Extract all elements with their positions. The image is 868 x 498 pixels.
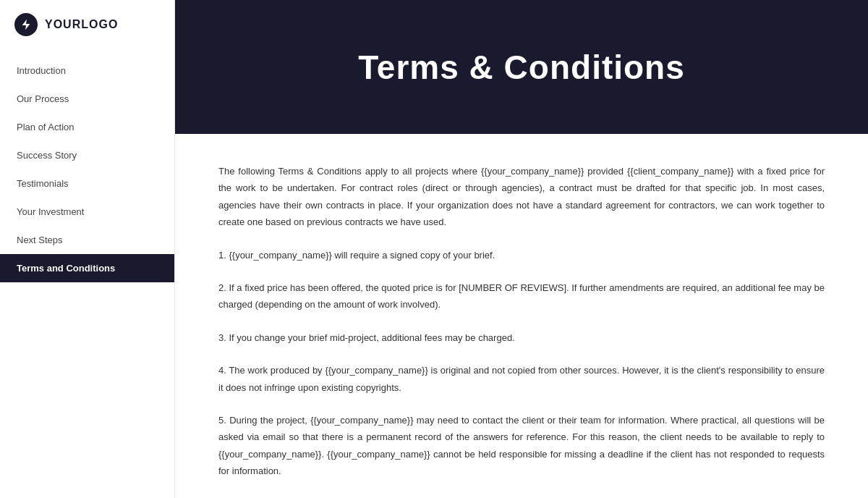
logo-text: YOURLOGO	[45, 18, 118, 31]
page-title: Terms & Conditions	[358, 48, 685, 87]
content-paragraph-3: 2. If a fixed price has been offered, th…	[218, 279, 825, 313]
sidebar-item-your-investment[interactable]: Your Investment	[0, 198, 174, 226]
sidebar-item-next-steps[interactable]: Next Steps	[0, 226, 174, 254]
sidebar-item-introduction[interactable]: Introduction	[0, 56, 174, 85]
hero-section: Terms & Conditions	[175, 0, 868, 134]
sidebar-item-terms-and-conditions[interactable]: Terms and Conditions	[0, 254, 174, 282]
sidebar-item-success-story[interactable]: Success Story	[0, 141, 174, 169]
content-paragraph-6: 5. During the project, {{your_company_na…	[218, 412, 825, 480]
sidebar-item-our-process[interactable]: Our Process	[0, 85, 174, 113]
content-paragraph-5: 4. The work produced by {{your_company_n…	[218, 362, 825, 396]
content-paragraph-1: The following Terms & Conditions apply t…	[218, 163, 825, 231]
sidebar-item-plan-of-action[interactable]: Plan of Action	[0, 113, 174, 141]
sidebar: YOURLOGO IntroductionOur ProcessPlan of …	[0, 0, 175, 498]
content-paragraph-7: 6. {{your_company_name}} requires 30% pa…	[218, 495, 825, 498]
nav-list: IntroductionOur ProcessPlan of ActionSuc…	[0, 56, 174, 282]
content-paragraph-2: 1. {{your_company_name}} will require a …	[218, 247, 825, 263]
logo-icon	[14, 13, 38, 36]
main-content: Terms & Conditions The following Terms &…	[175, 0, 868, 498]
content-area: The following Terms & Conditions apply t…	[175, 134, 868, 498]
sidebar-item-testimonials[interactable]: Testimonials	[0, 169, 174, 198]
svg-marker-0	[22, 20, 30, 30]
content-paragraph-4: 3. If you change your brief mid-project,…	[218, 329, 825, 346]
logo-area: YOURLOGO	[0, 0, 174, 49]
